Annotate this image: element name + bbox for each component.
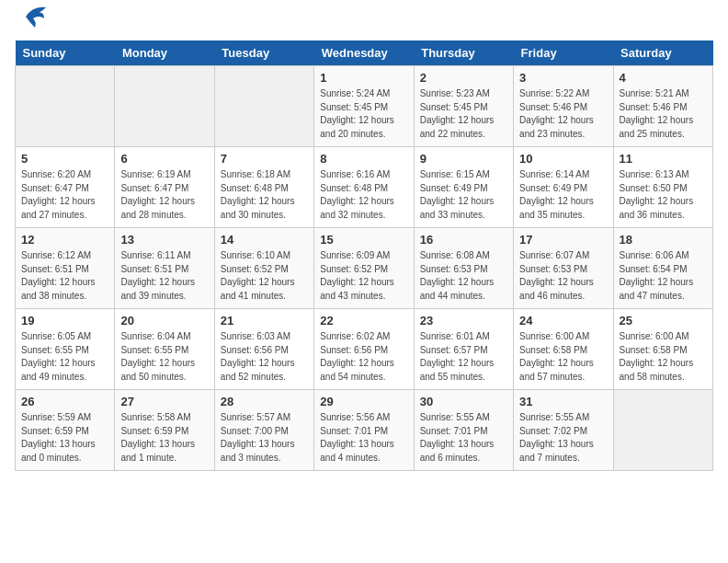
day-info: Sunrise: 5:24 AM Sunset: 5:45 PM Dayligh… <box>320 87 407 141</box>
header-row: SundayMondayTuesdayWednesdayThursdayFrid… <box>16 40 713 66</box>
day-info: Sunrise: 6:15 AM Sunset: 6:49 PM Dayligh… <box>420 168 507 222</box>
day-number: 6 <box>120 152 208 166</box>
day-info: Sunrise: 6:02 AM Sunset: 6:56 PM Dayligh… <box>320 330 407 384</box>
day-info: Sunrise: 6:00 AM Sunset: 6:58 PM Dayligh… <box>620 330 707 384</box>
day-info: Sunrise: 6:04 AM Sunset: 6:55 PM Dayligh… <box>120 330 208 384</box>
calendar-cell: 12Sunrise: 6:12 AM Sunset: 6:51 PM Dayli… <box>16 228 115 309</box>
calendar-cell: 9Sunrise: 6:15 AM Sunset: 6:49 PM Daylig… <box>414 147 513 228</box>
header-saturday: Saturday <box>613 40 712 66</box>
day-info: Sunrise: 5:55 AM Sunset: 7:01 PM Dayligh… <box>420 411 507 465</box>
calendar-table: SundayMondayTuesdayWednesdayThursdayFrid… <box>15 40 713 471</box>
header-sunday: Sunday <box>16 40 115 66</box>
calendar-cell: 7Sunrise: 6:18 AM Sunset: 6:48 PM Daylig… <box>214 147 313 228</box>
day-info: Sunrise: 6:06 AM Sunset: 6:54 PM Dayligh… <box>620 249 707 303</box>
header-monday: Monday <box>115 40 214 66</box>
calendar-cell: 30Sunrise: 5:55 AM Sunset: 7:01 PM Dayli… <box>414 390 513 471</box>
day-info: Sunrise: 5:21 AM Sunset: 5:46 PM Dayligh… <box>620 87 707 141</box>
calendar-cell: 26Sunrise: 5:59 AM Sunset: 6:59 PM Dayli… <box>16 390 115 471</box>
day-number: 9 <box>420 152 507 166</box>
day-info: Sunrise: 6:16 AM Sunset: 6:48 PM Dayligh… <box>320 168 407 222</box>
day-number: 12 <box>21 233 108 247</box>
page-header <box>15 15 713 33</box>
calendar-week-4: 26Sunrise: 5:59 AM Sunset: 6:59 PM Dayli… <box>16 390 713 471</box>
calendar-cell: 18Sunrise: 6:06 AM Sunset: 6:54 PM Dayli… <box>613 228 712 309</box>
calendar-cell: 20Sunrise: 6:04 AM Sunset: 6:55 PM Dayli… <box>115 309 214 390</box>
calendar-cell: 21Sunrise: 6:03 AM Sunset: 6:56 PM Dayli… <box>214 309 313 390</box>
day-number: 7 <box>221 152 308 166</box>
day-info: Sunrise: 5:58 AM Sunset: 6:59 PM Dayligh… <box>120 411 208 465</box>
logo <box>15 15 48 33</box>
calendar-cell: 2Sunrise: 5:23 AM Sunset: 5:45 PM Daylig… <box>414 66 513 147</box>
day-number: 8 <box>320 152 407 166</box>
calendar-cell: 16Sunrise: 6:08 AM Sunset: 6:53 PM Dayli… <box>414 228 513 309</box>
day-number: 14 <box>221 233 308 247</box>
day-number: 2 <box>420 71 507 85</box>
logo-bird-icon <box>18 4 48 33</box>
day-number: 22 <box>320 314 407 327</box>
day-number: 4 <box>620 71 707 85</box>
calendar-cell: 10Sunrise: 6:14 AM Sunset: 6:49 PM Dayli… <box>514 147 613 228</box>
calendar-cell: 11Sunrise: 6:13 AM Sunset: 6:50 PM Dayli… <box>613 147 712 228</box>
calendar-cell: 3Sunrise: 5:22 AM Sunset: 5:46 PM Daylig… <box>514 66 613 147</box>
day-info: Sunrise: 6:12 AM Sunset: 6:51 PM Dayligh… <box>21 249 108 303</box>
day-info: Sunrise: 6:18 AM Sunset: 6:48 PM Dayligh… <box>221 168 308 222</box>
day-number: 30 <box>420 395 507 408</box>
calendar-cell: 23Sunrise: 6:01 AM Sunset: 6:57 PM Dayli… <box>414 309 513 390</box>
calendar-cell: 27Sunrise: 5:58 AM Sunset: 6:59 PM Dayli… <box>115 390 214 471</box>
day-info: Sunrise: 6:14 AM Sunset: 6:49 PM Dayligh… <box>519 168 607 222</box>
day-info: Sunrise: 6:08 AM Sunset: 6:53 PM Dayligh… <box>420 249 507 303</box>
day-number: 13 <box>120 233 208 247</box>
calendar-cell: 31Sunrise: 5:55 AM Sunset: 7:02 PM Dayli… <box>514 390 613 471</box>
day-info: Sunrise: 5:22 AM Sunset: 5:46 PM Dayligh… <box>519 87 607 141</box>
day-number: 1 <box>320 71 407 85</box>
header-tuesday: Tuesday <box>214 40 313 66</box>
day-number: 20 <box>120 314 208 327</box>
day-info: Sunrise: 6:00 AM Sunset: 6:58 PM Dayligh… <box>519 330 607 384</box>
day-number: 29 <box>320 395 407 408</box>
day-info: Sunrise: 6:01 AM Sunset: 6:57 PM Dayligh… <box>420 330 507 384</box>
day-info: Sunrise: 5:56 AM Sunset: 7:01 PM Dayligh… <box>320 411 407 465</box>
calendar-cell <box>214 66 313 147</box>
day-number: 31 <box>519 395 607 408</box>
day-number: 26 <box>21 395 108 408</box>
day-number: 25 <box>620 314 707 327</box>
calendar-cell: 19Sunrise: 6:05 AM Sunset: 6:55 PM Dayli… <box>16 309 115 390</box>
day-number: 28 <box>221 395 308 408</box>
calendar-cell <box>115 66 214 147</box>
day-info: Sunrise: 5:23 AM Sunset: 5:45 PM Dayligh… <box>420 87 507 141</box>
day-info: Sunrise: 6:05 AM Sunset: 6:55 PM Dayligh… <box>21 330 108 384</box>
day-info: Sunrise: 6:03 AM Sunset: 6:56 PM Dayligh… <box>221 330 308 384</box>
calendar-cell: 5Sunrise: 6:20 AM Sunset: 6:47 PM Daylig… <box>16 147 115 228</box>
day-number: 10 <box>519 152 607 166</box>
calendar-cell: 28Sunrise: 5:57 AM Sunset: 7:00 PM Dayli… <box>214 390 313 471</box>
day-info: Sunrise: 6:20 AM Sunset: 6:47 PM Dayligh… <box>21 168 108 222</box>
calendar-cell: 6Sunrise: 6:19 AM Sunset: 6:47 PM Daylig… <box>115 147 214 228</box>
day-number: 17 <box>519 233 607 247</box>
day-info: Sunrise: 6:19 AM Sunset: 6:47 PM Dayligh… <box>120 168 208 222</box>
calendar-cell: 17Sunrise: 6:07 AM Sunset: 6:53 PM Dayli… <box>514 228 613 309</box>
header-friday: Friday <box>514 40 613 66</box>
calendar-cell: 14Sunrise: 6:10 AM Sunset: 6:52 PM Dayli… <box>214 228 313 309</box>
day-number: 15 <box>320 233 407 247</box>
day-info: Sunrise: 5:55 AM Sunset: 7:02 PM Dayligh… <box>519 411 607 465</box>
day-info: Sunrise: 6:09 AM Sunset: 6:52 PM Dayligh… <box>320 249 407 303</box>
header-wednesday: Wednesday <box>314 40 414 66</box>
day-info: Sunrise: 6:10 AM Sunset: 6:52 PM Dayligh… <box>221 249 308 303</box>
day-info: Sunrise: 5:59 AM Sunset: 6:59 PM Dayligh… <box>21 411 108 465</box>
calendar-cell: 4Sunrise: 5:21 AM Sunset: 5:46 PM Daylig… <box>613 66 712 147</box>
day-info: Sunrise: 6:13 AM Sunset: 6:50 PM Dayligh… <box>620 168 707 222</box>
day-number: 18 <box>620 233 707 247</box>
header-thursday: Thursday <box>414 40 513 66</box>
calendar-cell: 24Sunrise: 6:00 AM Sunset: 6:58 PM Dayli… <box>514 309 613 390</box>
calendar-cell <box>613 390 712 471</box>
calendar-week-2: 12Sunrise: 6:12 AM Sunset: 6:51 PM Dayli… <box>16 228 713 309</box>
calendar-cell: 22Sunrise: 6:02 AM Sunset: 6:56 PM Dayli… <box>314 309 414 390</box>
calendar-cell: 13Sunrise: 6:11 AM Sunset: 6:51 PM Dayli… <box>115 228 214 309</box>
day-info: Sunrise: 6:07 AM Sunset: 6:53 PM Dayligh… <box>519 249 607 303</box>
day-number: 19 <box>21 314 108 327</box>
day-number: 3 <box>519 71 607 85</box>
day-number: 27 <box>120 395 208 408</box>
calendar-cell: 25Sunrise: 6:00 AM Sunset: 6:58 PM Dayli… <box>613 309 712 390</box>
calendar-week-3: 19Sunrise: 6:05 AM Sunset: 6:55 PM Dayli… <box>16 309 713 390</box>
day-number: 16 <box>420 233 507 247</box>
